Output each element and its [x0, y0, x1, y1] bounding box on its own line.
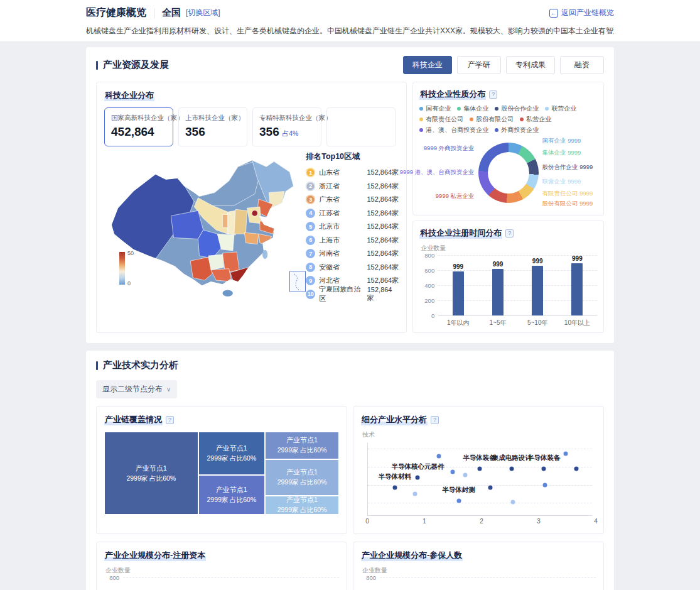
scatter-point[interactable]	[574, 467, 579, 471]
cell-name: 产业节点1	[216, 485, 247, 494]
tab-专利成果[interactable]: 专利成果	[506, 56, 555, 74]
legend-item[interactable]: 股份有限公司	[470, 115, 514, 124]
bar-value-label: 999	[572, 255, 583, 262]
scatter-point[interactable]	[450, 470, 455, 474]
scatter-point[interactable]	[543, 483, 547, 487]
top10-row: 5北京市152,864家	[306, 220, 399, 234]
cell-name: 产业节点1	[286, 435, 318, 445]
legend-dot	[419, 107, 423, 111]
scatter-point[interactable]	[542, 467, 546, 471]
legend-item[interactable]: 集体企业	[457, 104, 488, 113]
stat-card[interactable]: 专精特新科技企业（家）356占4%	[252, 107, 321, 146]
divider	[154, 8, 154, 18]
switch-region-link[interactable]: [切换区域]	[186, 8, 220, 18]
legend-dot	[520, 117, 524, 121]
tech-enterprise-distribution-card: 科技企业分布 国家高新科技企业（家）452,864上市科技企业（家）356专精特…	[96, 82, 407, 333]
top10-row: 6上海市152,864家	[306, 234, 399, 248]
rank-badge: 1	[306, 168, 315, 177]
treemap-cell[interactable]: 产业节点12999家 占比60%	[104, 432, 198, 515]
stat-value: 452,864	[111, 125, 166, 139]
stat-card[interactable]: 国家高新科技企业（家）452,864	[104, 107, 173, 146]
legend-item[interactable]: 私营企业	[520, 115, 551, 124]
donut-label: 9999 外商投资企业	[424, 145, 475, 153]
y-tick: 0	[419, 312, 434, 319]
scatter-point[interactable]	[456, 499, 461, 503]
scatter-point[interactable]	[412, 491, 417, 496]
legend-dot	[470, 117, 473, 121]
help-icon[interactable]: ?	[166, 416, 174, 424]
scatter-point[interactable]	[416, 476, 420, 480]
x-tick: 2	[480, 518, 483, 525]
treemap-cell[interactable]: 产业节点12999家 占比60%	[265, 432, 339, 459]
region-label: 全国	[162, 7, 181, 19]
legend-item[interactable]: 国有企业	[419, 104, 451, 113]
tab-融资[interactable]: 融资	[560, 56, 604, 74]
region-value: 152,864家	[367, 249, 399, 258]
scatter-point[interactable]	[477, 467, 482, 471]
donut-label: 9999 私营企业	[436, 192, 475, 200]
bar-column: 999	[565, 577, 596, 590]
legend-item[interactable]: 有限责任公司	[419, 115, 463, 124]
stat-card[interactable]: 上市科技企业（家）356	[178, 107, 247, 146]
back-arrow-icon: ←	[549, 9, 558, 18]
china-map[interactable]	[100, 154, 321, 303]
bar-column: 999	[557, 255, 597, 315]
scatter-point[interactable]	[392, 486, 397, 490]
treemap-cell[interactable]: 产业节点12999家 占比60%	[265, 496, 339, 515]
legend-item[interactable]: 股份合作企业	[495, 104, 539, 113]
south-china-sea-inset	[289, 271, 306, 292]
treemap-cell[interactable]: 产业节点12999家 占比60%	[198, 475, 266, 515]
donut-label: 联营企业 9999	[542, 178, 581, 186]
y-tick: 800	[419, 252, 434, 259]
help-icon[interactable]: ?	[431, 416, 439, 424]
scatter-point[interactable]	[437, 454, 441, 458]
region-value: 152,864家	[367, 209, 399, 218]
rank-badge: 5	[306, 222, 315, 231]
scatter-point[interactable]	[564, 452, 568, 456]
stat-cards: 国家高新科技企业（家）452,864上市科技企业（家）356专精特新科技企业（家…	[104, 107, 399, 146]
capital-title: 产业企业规模分布-注册资本	[104, 550, 206, 561]
bars: 999999999999	[438, 255, 597, 315]
back-label: 返回产业链概览	[561, 8, 614, 18]
region-name: 河北省	[319, 276, 340, 285]
insured-bar-chart: 企业数量 0200400600800999999999999999999999 …	[361, 566, 596, 590]
bars: 999999999999999	[123, 577, 339, 590]
bar	[571, 263, 583, 315]
stat-value: 356	[185, 125, 240, 139]
node-level-dropdown[interactable]: 显示二级节点分布 ∨	[96, 380, 177, 398]
tab-产学研[interactable]: 产学研	[457, 56, 501, 74]
region-name: 上海市	[319, 236, 340, 245]
industry-description: 机械键盘生产企业指利用原材料研发、设计、生产各类机械键盘的企业。中国机械键盘产业…	[86, 26, 614, 35]
legend-item[interactable]: 外商投资企业	[495, 126, 539, 134]
distribution-title: 科技企业分布	[104, 90, 154, 101]
back-to-chain-link[interactable]: ← 返回产业链概览	[549, 8, 614, 18]
y-tick: 400	[419, 282, 434, 289]
donut-ring	[478, 143, 539, 203]
scatter-point[interactable]	[511, 500, 515, 505]
section-accent-bar	[96, 361, 98, 370]
bar-column: 999	[472, 577, 503, 590]
resource-tabs: 科技企业产学研专利成果融资	[403, 56, 604, 74]
bar-value-label: 999	[453, 263, 463, 270]
help-icon[interactable]: ?	[505, 229, 514, 238]
treemap-cell[interactable]: 产业节点12999家 占比60%	[198, 432, 266, 475]
stat-label: 专精特新科技企业（家）	[259, 114, 315, 123]
scatter-point[interactable]	[463, 473, 468, 477]
scatter-point[interactable]	[488, 486, 492, 490]
help-icon[interactable]: ?	[489, 90, 497, 99]
legend-item[interactable]: 港、澳、台商投资企业	[419, 126, 488, 134]
legend-item[interactable]: 联营企业	[545, 104, 576, 113]
donut-label: 股份有限公司 9999	[542, 200, 593, 208]
tab-科技企业[interactable]: 科技企业	[403, 56, 452, 74]
stat-label: 国家高新科技企业（家）	[111, 114, 166, 123]
scatter-point-label: 半导体封测	[442, 486, 475, 494]
legend-dot	[545, 107, 549, 111]
treemap-cell[interactable]: 产业节点12999家 占比60%	[265, 459, 339, 496]
region-value: 152,864家	[367, 182, 399, 191]
region-value: 152,864家	[367, 236, 399, 245]
top10-row: 1山东省152,864家	[306, 166, 399, 180]
region-name: 河南省	[319, 249, 340, 258]
scatter-point[interactable]	[510, 467, 514, 471]
legend-dot	[495, 107, 498, 111]
gridline	[368, 485, 592, 486]
